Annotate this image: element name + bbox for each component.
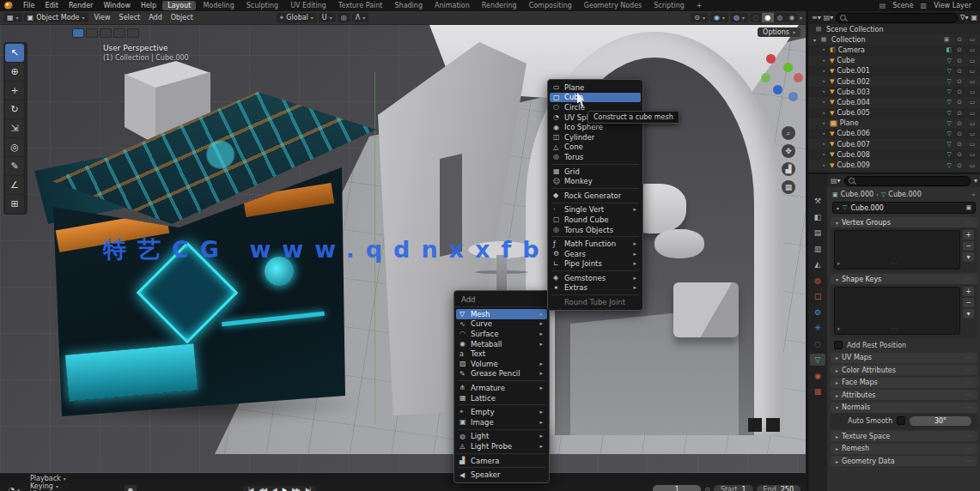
panel-header-attributes[interactable]: ▸Attributes⋯ <box>831 390 977 400</box>
tab-particles-icon[interactable]: ✳ <box>810 322 825 334</box>
workspace-tab-rendering[interactable]: Rendering <box>477 1 522 10</box>
mesh-menu-item-math-function[interactable]: ƒMath Function▸ <box>548 239 642 249</box>
outliner-row-cube-002[interactable]: ∙▼Cube.002▽⊙▭ <box>808 76 980 87</box>
falloff-selector[interactable]: Λ▾ <box>352 13 369 22</box>
menu-render[interactable]: Render <box>64 2 98 9</box>
exclude-checkbox[interactable]: ▣ <box>941 36 952 43</box>
render-visibility-icon[interactable]: ▭ <box>967 141 977 148</box>
mesh-menu-item-torus[interactable]: ◎Torus <box>548 152 642 162</box>
add-menu-item-volume[interactable]: ▨Volume▸ <box>454 359 549 369</box>
outliner-row-cube-009[interactable]: ∙▼Cube.009▽⊙▭ <box>808 160 980 170</box>
mesh-menu-item-cone[interactable]: △Cone <box>548 142 642 153</box>
tab-object-icon[interactable]: ▢ <box>810 290 825 302</box>
eye-icon[interactable]: ⊙ <box>954 78 965 85</box>
mesh-menu-item-plane[interactable]: ▭Plane <box>548 82 642 93</box>
add-menu-item-image[interactable]: ▣Image▸ <box>454 417 549 427</box>
render-visibility-icon[interactable]: ▭ <box>967 130 977 137</box>
add-menu-item-speaker[interactable]: ◀Speaker <box>454 470 549 480</box>
add-menu-item-grease-pencil[interactable]: ✎Grease Pencil▸ <box>454 369 549 379</box>
current-frame-field[interactable]: 1 <box>653 485 701 491</box>
outliner-row-scene-collection[interactable]: ▤Scene Collection <box>808 24 980 34</box>
annotate-tool[interactable]: ✎ <box>5 157 24 175</box>
render-visibility-icon[interactable]: ▭ <box>967 151 977 158</box>
add-menu-item-light[interactable]: ◍Light▸ <box>454 432 549 442</box>
remove-shape-key-button[interactable]: − <box>963 298 974 307</box>
outliner-row-cube-008[interactable]: ∙▼Cube.008▽⊙▭ <box>808 149 980 160</box>
outliner-row-cube[interactable]: ∙▼Cube▽⊙▭ <box>808 56 980 66</box>
add-menu-item-metaball[interactable]: ◉Metaball▸ <box>454 339 549 349</box>
mesh-menu-item-round-tube-joint[interactable]: Round Tube Joint <box>548 297 642 307</box>
eye-icon[interactable]: ⊙ <box>954 58 965 64</box>
eye-icon[interactable]: ⊙ <box>954 99 965 106</box>
menu-window[interactable]: Window <box>98 2 136 9</box>
panel-header-face-maps[interactable]: ▸Face Maps⋯ <box>831 378 977 388</box>
zoom-icon[interactable]: ⌕ <box>782 126 795 140</box>
tab-view-layer-icon[interactable]: ▥ <box>810 243 825 255</box>
add-shape-key-button[interactable]: + <box>963 287 974 296</box>
render-visibility-icon[interactable]: ▭ <box>967 58 977 64</box>
render-visibility-icon[interactable]: ▭ <box>967 99 977 106</box>
timeline-menu-playback[interactable]: Playback▾ <box>27 475 70 482</box>
eye-icon[interactable]: ⊙ <box>954 46 965 53</box>
tab-tool-icon[interactable]: ⚒ <box>810 195 825 207</box>
navigation-axis-gizmo[interactable] <box>749 54 802 114</box>
workspace-tab-animation[interactable]: Animation <box>429 1 475 10</box>
next-keyframe-button[interactable]: ▶▶ <box>289 487 302 491</box>
viewport-3d[interactable]: Options▾ User Perspective (1) Collection… <box>0 25 806 473</box>
render-visibility-icon[interactable]: ▭ <box>967 88 977 95</box>
add-vertex-group-button[interactable]: + <box>963 230 974 239</box>
corner-toggle-1[interactable] <box>72 28 84 38</box>
outliner-row-cube-006[interactable]: ∙▼Cube.006▽⊙▭ <box>808 129 980 139</box>
shading-dropdown[interactable]: ▾ <box>800 15 802 21</box>
play-reverse-button[interactable]: ◀ <box>270 487 278 491</box>
expand-arrow-icon[interactable]: ▾ <box>813 37 816 43</box>
workspace-tab-[interactable]: + <box>691 1 708 10</box>
outliner-editor-type-button[interactable]: ≡▾ <box>812 14 821 21</box>
workspace-tab-shading[interactable]: Shading <box>389 1 428 10</box>
mesh-menu-item-pipe-joints[interactable]: ∟Pipe Joints▸ <box>548 259 642 270</box>
jump-to-start-button[interactable]: |◀ <box>246 487 256 491</box>
render-visibility-icon[interactable]: ▭ <box>967 36 977 43</box>
outliner-search-box[interactable] <box>836 13 958 23</box>
add-menu-item-mesh[interactable]: ▽Mesh▸ <box>456 309 547 319</box>
mesh-menu-item-single-vert[interactable]: ·Single Vert▸ <box>548 205 642 215</box>
mesh-menu-item-cylinder[interactable]: ◫Cylinder <box>548 132 642 142</box>
vertex-group-specials-button[interactable]: ▾ <box>963 252 974 262</box>
mesh-menu-item-monkey[interactable]: ☺Monkey <box>548 176 642 186</box>
prev-keyframe-button[interactable]: ◀◀ <box>256 487 269 491</box>
timeline-menu-keying[interactable]: Keying▾ <box>27 482 70 490</box>
perspective-toggle-icon[interactable]: ▦ <box>782 180 795 194</box>
scale-tool[interactable]: ⇲ <box>5 119 24 137</box>
workspace-tab-sculpting[interactable]: Sculpting <box>241 1 283 10</box>
properties-search-box[interactable] <box>844 176 971 186</box>
eye-icon[interactable]: ⊙ <box>954 36 965 43</box>
wireframe-shading-button[interactable]: ◌ <box>750 13 762 22</box>
mesh-menu-item-rock-generator[interactable]: ◆Rock Generator <box>548 191 642 201</box>
outliner-search-input[interactable] <box>849 14 953 21</box>
outliner-row-cube-007[interactable]: ∙▼Cube.007▽⊙▭ <box>808 139 980 149</box>
new-collection-button[interactable]: ▤▾ <box>824 14 834 21</box>
play-button[interactable]: ▶ <box>280 487 289 491</box>
corner-toggle-2[interactable] <box>86 28 98 38</box>
overlays-dropdown[interactable]: ◍▾ <box>730 13 748 22</box>
menu-help[interactable]: Help <box>136 2 161 9</box>
outliner-row-cube-004[interactable]: ∙▼Cube.004▽⊙▭ <box>808 97 980 107</box>
mesh-menu-item-gemstones[interactable]: ◈Gemstones▸ <box>548 273 642 283</box>
editor-type-button[interactable]: ▦▾ <box>3 13 22 22</box>
outliner-options-button[interactable]: ▣ <box>971 14 977 21</box>
render-visibility-icon[interactable]: ▭ <box>967 120 977 127</box>
outliner-row-cube-001[interactable]: ∙▼Cube.001▽⊙▭ <box>808 66 980 76</box>
eye-icon[interactable]: ⊙ <box>954 88 965 95</box>
move-tool[interactable]: + <box>5 82 24 100</box>
remove-vertex-group-button[interactable]: − <box>963 241 974 251</box>
snap-toggle[interactable]: U▾ <box>319 13 336 22</box>
view-layer-selector[interactable]: View Layer <box>934 2 971 9</box>
add-menu-item-text[interactable]: aText <box>454 349 549 359</box>
add-menu-item-empty[interactable]: ⌖Empty▸ <box>454 407 549 417</box>
mesh-menu-item-extras[interactable]: ✶Extras▸ <box>548 283 642 294</box>
tab-object-data-icon[interactable]: ▽ <box>810 354 825 366</box>
vertex-groups-header[interactable]: ▾Vertex Groups⋯ <box>831 217 977 227</box>
add-cube-tool[interactable]: ⊞ <box>5 195 24 213</box>
mesh-menu-item-grid[interactable]: ▦Grid <box>548 167 642 177</box>
rotate-tool[interactable]: ↻ <box>5 100 24 118</box>
